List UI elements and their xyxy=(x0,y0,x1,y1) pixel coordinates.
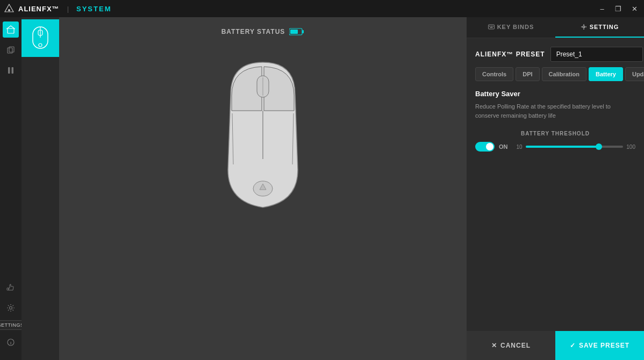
gear-icon xyxy=(6,304,15,312)
slider-container: 10 100 xyxy=(517,144,636,150)
sidebar-item-settings[interactable] xyxy=(3,300,19,316)
tab-setting[interactable]: SETTING xyxy=(555,17,644,38)
threshold-label: BATTERY THRESHOLD xyxy=(475,131,635,136)
battery-content: Battery Saver Reduce Polling Rate at the… xyxy=(467,90,644,331)
svg-rect-7 xyxy=(7,288,9,290)
sidebar-item-pause[interactable] xyxy=(3,62,19,78)
save-preset-button[interactable]: ✓ SAVE PRESET xyxy=(555,331,644,360)
cancel-x-icon: ✕ xyxy=(491,342,497,349)
tab-dpi[interactable]: DPI xyxy=(516,67,539,81)
toggle-knob xyxy=(486,143,493,150)
minimize-button[interactable]: – xyxy=(597,5,607,13)
titlebar: ALIENFX™ | SYSTEM – ❐ ✕ xyxy=(0,0,644,17)
tab-battery[interactable]: Battery xyxy=(589,67,623,81)
svg-rect-27 xyxy=(491,26,492,27)
info-icon: i xyxy=(7,339,15,346)
sub-tabs: Controls DPI Calibration Battery Update xyxy=(467,67,644,81)
mouse-illustration xyxy=(198,52,327,226)
device-tab xyxy=(22,17,59,360)
svg-point-1 xyxy=(8,9,10,11)
alienware-logo-icon xyxy=(4,4,14,13)
toggle-state-label: ON xyxy=(499,143,508,150)
tab-calibration[interactable]: Calibration xyxy=(542,67,586,81)
tab-keybinds[interactable]: KEY BINDS xyxy=(467,17,555,38)
svg-rect-16 xyxy=(302,30,304,33)
svg-rect-5 xyxy=(8,67,10,74)
battery-status-label: BATTERY STATUS xyxy=(221,28,285,35)
svg-rect-2 xyxy=(8,28,14,33)
window-controls: – ❐ ✕ xyxy=(597,5,640,13)
slider-max-label: 100 xyxy=(626,144,635,150)
sidebar-item-info[interactable]: i xyxy=(3,334,19,350)
bottom-buttons: ✕ CANCEL ✓ SAVE PRESET xyxy=(467,331,644,360)
device-tab-mouse[interactable] xyxy=(22,19,59,57)
main-layout: SETTINGS i BATTERY STATUS xyxy=(0,17,644,360)
battery-status-row: BATTERY STATUS xyxy=(221,28,305,35)
svg-point-14 xyxy=(39,44,42,47)
restore-button[interactable]: ❐ xyxy=(613,5,624,13)
svg-point-8 xyxy=(10,307,12,309)
preset-label: ALIENFX™ PRESET xyxy=(475,51,545,58)
preset-area: ALIENFX™ PRESET xyxy=(467,38,644,67)
keyboard-icon xyxy=(488,24,495,30)
sidebar: SETTINGS i xyxy=(0,17,22,360)
mouse-tab-icon xyxy=(31,25,50,52)
svg-text:i: i xyxy=(10,341,11,345)
center-canvas: BATTERY STATUS xyxy=(59,17,467,360)
svg-rect-17 xyxy=(290,30,298,34)
sidebar-item-thumbsup[interactable] xyxy=(3,279,19,296)
copy-icon xyxy=(7,46,15,54)
save-check-icon: ✓ xyxy=(570,342,576,349)
svg-rect-26 xyxy=(489,26,490,27)
battery-saver-desc: Reduce Polling Rate at the specified bat… xyxy=(475,102,635,120)
tab-update[interactable]: Update xyxy=(625,67,644,81)
sidebar-item-copy[interactable] xyxy=(3,42,19,58)
sidebar-item-home[interactable] xyxy=(3,21,19,38)
thumbsup-icon xyxy=(6,283,15,292)
svg-rect-29 xyxy=(490,27,492,28)
cancel-button[interactable]: ✕ CANCEL xyxy=(467,331,555,360)
battery-icon xyxy=(289,28,304,35)
title-separator: | xyxy=(67,5,69,13)
close-button[interactable]: ✕ xyxy=(629,5,640,13)
slider-thumb xyxy=(596,143,602,150)
app-title: ALIENFX™ xyxy=(18,5,60,13)
mouse-svg xyxy=(198,52,327,224)
titlebar-left: ALIENFX™ | SYSTEM xyxy=(4,4,111,13)
svg-rect-6 xyxy=(12,67,14,74)
battery-level-icon xyxy=(289,28,304,35)
slider-min-label: 10 xyxy=(517,144,523,150)
svg-rect-28 xyxy=(492,26,493,27)
battery-saver-title: Battery Saver xyxy=(475,90,635,98)
setting-icon xyxy=(581,24,587,30)
right-panel: KEY BINDS SETTING ALIENFX™ PRESET Contro… xyxy=(467,17,644,360)
battery-saver-toggle[interactable] xyxy=(475,142,495,152)
panel-tabs: KEY BINDS SETTING xyxy=(467,17,644,38)
svg-point-30 xyxy=(583,26,585,28)
svg-rect-25 xyxy=(488,25,494,29)
toggle-row: ON 10 100 xyxy=(475,142,635,152)
page-title: SYSTEM xyxy=(76,5,111,13)
preset-input[interactable] xyxy=(550,47,643,62)
tab-controls[interactable]: Controls xyxy=(475,67,513,81)
battery-threshold-slider[interactable] xyxy=(526,146,624,148)
home-icon xyxy=(6,25,15,34)
pause-icon xyxy=(8,67,14,74)
slider-fill xyxy=(526,146,599,148)
